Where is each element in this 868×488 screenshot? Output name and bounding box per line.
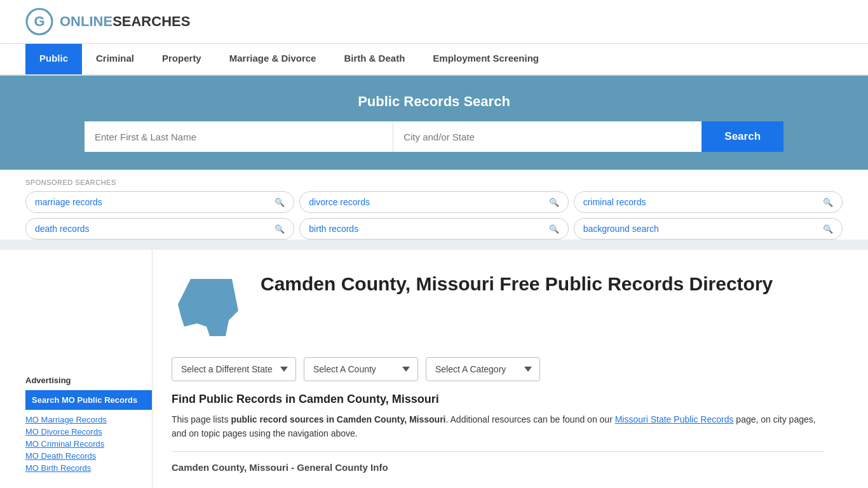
tag-death-records[interactable]: death records 🔍 (25, 218, 294, 240)
directory-title: Camden County, Missouri Free Public Reco… (261, 273, 773, 295)
svg-text:G: G (34, 13, 44, 29)
find-text-bold: public record sources in Camden County, … (231, 414, 445, 424)
sidebar-ad-label: Advertising (25, 376, 152, 385)
dropdown-row: Select a Different State Select A County… (172, 357, 824, 381)
search-form: Search (85, 121, 783, 152)
find-text-after: . Additional resources can be found on o… (446, 414, 615, 424)
general-info-title: Camden County, Missouri - General County… (172, 462, 824, 473)
sidebar: Advertising Search MO Public Records MO … (25, 250, 153, 488)
location-input[interactable] (393, 121, 702, 152)
nav-item-criminal[interactable]: Criminal (82, 44, 148, 74)
search-icon: 🔍 (549, 198, 559, 207)
search-icon: 🔍 (823, 198, 833, 207)
category-dropdown[interactable]: Select A Category (426, 357, 540, 381)
site-header: G ONLINESEARCHES (0, 0, 868, 44)
nav-item-employment[interactable]: Employment Screening (419, 44, 553, 74)
nav-item-marriage-divorce[interactable]: Marriage & Divorce (215, 44, 330, 74)
search-banner: Public Records Search Search (0, 76, 868, 170)
state-dropdown[interactable]: Select a Different State (172, 357, 296, 381)
find-records-title: Find Public Records in Camden County, Mi… (172, 393, 824, 406)
tag-label: background search (583, 224, 659, 234)
logo-text-colored: ONLINE (60, 13, 112, 29)
search-icon: 🔍 (275, 198, 285, 207)
search-banner-title: Public Records Search (25, 93, 843, 110)
sidebar-link-marriage[interactable]: MO Marriage Records (25, 415, 152, 424)
tag-marriage-records[interactable]: marriage records 🔍 (25, 191, 294, 213)
sidebar-link-death[interactable]: MO Death Records (25, 451, 152, 461)
sponsored-label: SPONSORED SEARCHES (25, 179, 843, 186)
find-records-section: Find Public Records in Camden County, Mi… (172, 393, 824, 441)
logo-text-plain: SEARCHES (112, 13, 190, 29)
top-area: SPONSORED SEARCHES marriage records 🔍 di… (0, 170, 868, 240)
find-records-text: This page lists public record sources in… (172, 412, 824, 441)
search-icon: 🔍 (275, 224, 285, 234)
search-icon: 🔍 (549, 224, 559, 234)
county-dropdown[interactable]: Select A County (304, 357, 418, 381)
svg-marker-2 (178, 279, 238, 336)
directory-section: Camden County, Missouri Free Public Reco… (172, 273, 824, 344)
nav-item-public[interactable]: Public (25, 44, 82, 74)
nav-item-birth-death[interactable]: Birth & Death (330, 44, 419, 74)
missouri-records-link[interactable]: Missouri State Public Records (615, 414, 734, 424)
logo-text: ONLINESEARCHES (60, 13, 190, 30)
tag-label: divorce records (309, 197, 370, 207)
tag-divorce-records[interactable]: divorce records 🔍 (299, 191, 568, 213)
main-nav: Public Criminal Property Marriage & Divo… (0, 44, 868, 76)
tag-birth-records[interactable]: birth records 🔍 (299, 218, 568, 240)
sidebar-ad-highlight[interactable]: Search MO Public Records (25, 390, 152, 410)
state-map (172, 273, 248, 344)
find-text-before: This page lists (172, 414, 231, 424)
sidebar-link-divorce[interactable]: MO Divorce Records (25, 427, 152, 437)
logo-icon: G (25, 8, 53, 36)
tag-background-search[interactable]: background search 🔍 (574, 218, 843, 240)
name-input[interactable] (85, 121, 393, 152)
directory-title-text: Camden County, Missouri Free Public Reco… (261, 273, 773, 295)
search-icon: 🔍 (823, 224, 833, 234)
logo[interactable]: G ONLINESEARCHES (25, 8, 190, 36)
tag-label: marriage records (35, 197, 102, 207)
content-wrapper: Advertising Search MO Public Records MO … (0, 250, 868, 488)
sidebar-link-criminal[interactable]: MO Criminal Records (25, 439, 152, 449)
tag-label: birth records (309, 224, 358, 234)
tag-criminal-records[interactable]: criminal records 🔍 (574, 191, 843, 213)
sidebar-link-birth[interactable]: MO Birth Records (25, 463, 152, 473)
tag-label: death records (35, 224, 90, 234)
tag-label: criminal records (583, 197, 646, 207)
sponsored-tags: marriage records 🔍 divorce records 🔍 cri… (25, 191, 843, 240)
missouri-map-svg (172, 273, 248, 342)
section-divider (172, 451, 824, 452)
nav-item-property[interactable]: Property (148, 44, 215, 74)
search-button[interactable]: Search (702, 121, 783, 152)
main-content: Camden County, Missouri Free Public Reco… (153, 250, 843, 488)
